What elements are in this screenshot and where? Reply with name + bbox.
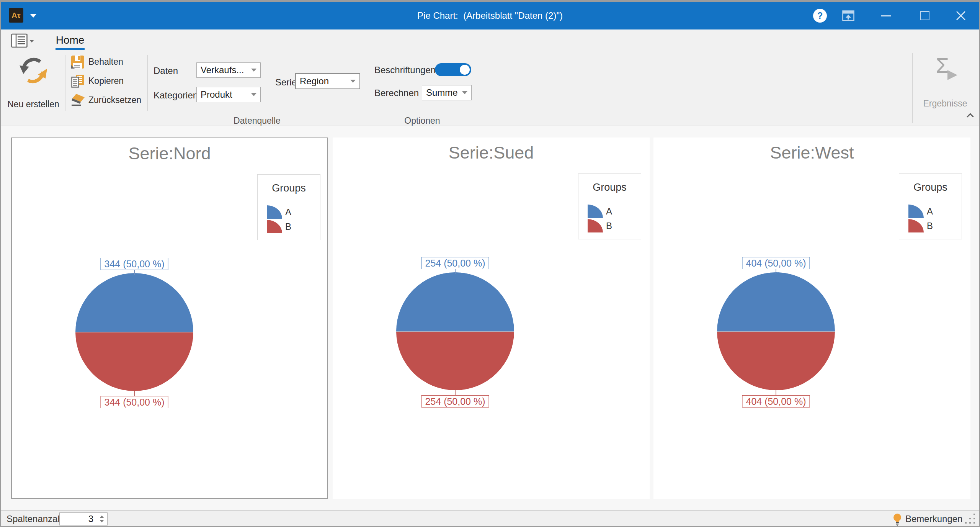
legend-label-b: B <box>927 221 933 231</box>
berechnen-label: Berechnen <box>374 88 419 98</box>
legend-swatch-b-icon <box>588 219 603 232</box>
spinner-down-icon[interactable] <box>100 520 104 522</box>
chart-title: Serie:West <box>653 143 970 163</box>
pie-data-label-b: 404 (50,00 %) <box>742 395 810 408</box>
kopieren-button[interactable]: Kopieren <box>70 73 147 89</box>
serie-value: Region <box>300 76 329 87</box>
arrow-right-icon <box>947 70 957 80</box>
help-icon: ? <box>813 9 827 23</box>
legend: Groups A B <box>257 174 320 240</box>
chart-title: Serie:Sued <box>333 143 650 163</box>
app-window: Aτ Pie Chart: (Arbeitsblatt "Daten (2)")… <box>0 0 980 527</box>
group-label-datenquelle: Datenquelle <box>147 116 367 126</box>
chevron-down-icon <box>350 80 356 83</box>
pie-data-label-a: 404 (50,00 %) <box>742 257 810 269</box>
chart-title: Serie:Nord <box>12 144 327 164</box>
pie-chart[interactable] <box>75 273 193 391</box>
spaltenanzahl-input[interactable] <box>67 513 93 525</box>
berechnen-value: Summe <box>426 87 458 98</box>
neu-erstellen-label: Neu erstellen <box>4 99 62 110</box>
chevron-down-icon <box>251 69 256 72</box>
beschriftungen-label: Beschriftungen <box>374 65 436 75</box>
collapse-ribbon-button[interactable] <box>966 111 976 121</box>
legend-swatch-b-icon <box>267 220 282 233</box>
tab-home-underline <box>56 48 85 50</box>
pie-data-label-a: 344 (50,00 %) <box>100 258 168 270</box>
label-connector-line <box>134 270 135 275</box>
chart-canvas: Serie:Nord Groups A B 344 (50,00 %) 344 … <box>1 126 979 511</box>
daten-value: Verkaufs... <box>201 65 244 75</box>
bemerkungen-label[interactable]: Bemerkungen <box>905 511 962 527</box>
lightbulb-icon <box>892 513 902 526</box>
ergebnisse-label: Ergebnisse <box>915 98 975 109</box>
save-icon <box>71 55 85 69</box>
legend-label-b: B <box>606 221 612 231</box>
label-connector-line <box>455 269 456 274</box>
ribbon-separator <box>912 53 913 123</box>
refresh-icon <box>19 56 48 85</box>
legend: Groups A B <box>578 173 641 239</box>
ribbon-separator <box>478 55 478 111</box>
behalten-label: Behalten <box>88 57 123 67</box>
legend: Groups A B <box>899 173 962 239</box>
pie-data-label-b: 344 (50,00 %) <box>100 396 168 408</box>
ribbon-separator <box>147 55 148 111</box>
label-connector-line <box>776 390 776 395</box>
chevron-up-icon <box>967 113 973 120</box>
chevron-down-icon <box>251 93 256 96</box>
kategorien-dropdown[interactable]: Produkt <box>196 87 261 102</box>
pie-chart[interactable] <box>396 272 514 390</box>
legend-swatch-a-icon <box>588 205 603 218</box>
legend-title: Groups <box>578 182 641 193</box>
label-connector-line <box>134 391 135 396</box>
group-label-optionen: Optionen <box>367 116 478 126</box>
pie-data-label-b: 254 (50,00 %) <box>421 395 489 408</box>
legend-label-a: A <box>606 206 612 217</box>
minimize-icon <box>881 15 891 16</box>
label-connector-line <box>455 390 456 395</box>
spinner-up-icon[interactable] <box>100 516 104 518</box>
spaltenanzahl-label: Spaltenanzahl <box>7 511 65 527</box>
neu-erstellen-button[interactable]: Neu erstellen <box>4 53 62 114</box>
ribbon-separator <box>367 55 367 111</box>
chart-panel-west[interactable]: Serie:West Groups A B 404 (50,00 %) 404 … <box>653 137 970 499</box>
close-button[interactable] <box>951 2 970 29</box>
document-menu-icon <box>11 33 35 49</box>
legend-swatch-b-icon <box>908 219 924 232</box>
daten-label: Daten <box>154 65 178 76</box>
legend-swatch-a-icon <box>267 205 282 219</box>
behalten-button[interactable]: Behalten <box>70 54 147 70</box>
berechnen-dropdown[interactable]: Summe <box>422 85 472 100</box>
serie-dropdown[interactable]: Region <box>295 73 360 89</box>
kategorien-label: Kategorien <box>154 90 198 101</box>
legend-label-a: A <box>285 207 291 218</box>
legend-label-b: B <box>285 221 291 232</box>
chart-panel-nord[interactable]: Serie:Nord Groups A B 344 (50,00 %) 344 … <box>11 137 328 499</box>
tab-home[interactable]: Home <box>55 32 85 49</box>
window-title: Pie Chart: (Arbeitsblatt "Daten (2)") <box>1 2 979 29</box>
file-menu-button[interactable] <box>11 33 35 49</box>
legend-title: Groups <box>899 182 962 193</box>
spaltenanzahl-stepper[interactable] <box>59 512 108 525</box>
copy-icon <box>71 74 85 88</box>
chevron-down-icon <box>462 91 467 94</box>
ergebnisse-button[interactable]: Σ Ergebnisse <box>915 53 975 114</box>
minimize-button[interactable] <box>876 2 895 29</box>
ribbon: Home Neu erstellen Beha <box>1 29 979 126</box>
zuruecksetzen-button[interactable]: Zurücksetzen <box>70 92 147 108</box>
collapse-window-button[interactable] <box>839 2 858 29</box>
sigma-icon: Σ <box>915 54 970 77</box>
statusbar: Spaltenanzahl Bemerkungen <box>1 511 979 527</box>
chart-panel-sued[interactable]: Serie:Sued Groups A B 254 (50,00 %) 254 … <box>333 137 650 499</box>
legend-title: Groups <box>258 182 320 194</box>
legend-swatch-a-icon <box>908 205 924 218</box>
maximize-button[interactable] <box>915 2 934 29</box>
beschriftungen-toggle[interactable] <box>435 63 471 76</box>
help-button[interactable]: ? <box>810 2 830 29</box>
label-connector-line <box>776 269 776 274</box>
panel-up-icon <box>842 10 854 21</box>
daten-dropdown[interactable]: Verkaufs... <box>196 62 261 78</box>
resize-grip[interactable] <box>965 514 967 515</box>
pie-chart[interactable] <box>717 272 835 390</box>
titlebar: Aτ Pie Chart: (Arbeitsblatt "Daten (2)")… <box>1 2 979 29</box>
